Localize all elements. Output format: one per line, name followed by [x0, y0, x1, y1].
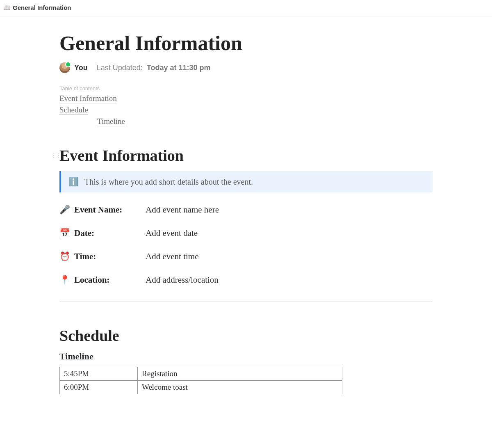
toc-list: Event Information Schedule Timeline [59, 94, 433, 126]
clock-icon: ⏰ [59, 251, 69, 262]
field-value-location[interactable]: Add address/location [146, 275, 433, 285]
field-label-text: Date: [74, 228, 94, 238]
breadcrumb[interactable]: 📖 General Information [0, 0, 492, 16]
info-callout[interactable]: ℹ️ This is where you add short details a… [59, 171, 433, 192]
heading-event-information[interactable]: Event Information [59, 146, 433, 165]
updated-label: Last Updated: [97, 64, 143, 72]
heading-schedule[interactable]: Schedule [59, 327, 433, 345]
toc-link-event-information[interactable]: Event Information [59, 94, 117, 103]
divider [59, 302, 433, 302]
author-name[interactable]: You [74, 64, 88, 72]
field-value-date[interactable]: Add event date [146, 228, 433, 238]
field-value-time[interactable]: Add event time [146, 251, 433, 262]
drag-handle-icon[interactable]: ⋮⋮ [50, 152, 60, 159]
timeline-table: 5:45PM Registation 6:00PM Welcome toast [59, 367, 342, 394]
table-row[interactable]: 6:00PM Welcome toast [60, 381, 342, 394]
breadcrumb-title: General Information [13, 4, 71, 11]
cell-item[interactable]: Registation [138, 367, 342, 381]
field-label-event-name: 🎤 Event Name: [59, 205, 146, 215]
field-value-event-name[interactable]: Add event name here [146, 205, 433, 215]
field-label-text: Event Name: [74, 205, 122, 215]
updated-value: Today at 11:30 pm [147, 64, 211, 72]
microphone-icon: 🎤 [59, 205, 69, 215]
field-label-time: ⏰ Time: [59, 251, 146, 262]
book-icon: 📖 [3, 4, 10, 11]
cell-item[interactable]: Welcome toast [138, 381, 342, 394]
byline: You Last Updated: Today at 11:30 pm [59, 62, 433, 73]
toc-label: Table of contents [59, 85, 433, 91]
avatar[interactable] [59, 62, 70, 73]
page-title[interactable]: General Information [59, 31, 433, 55]
field-label-location: 📍 Location: [59, 275, 146, 285]
field-label-text: Location: [74, 275, 109, 285]
pin-icon: 📍 [59, 275, 69, 285]
callout-text: This is where you add short details abou… [84, 177, 253, 187]
info-icon: ℹ️ [68, 177, 79, 187]
toc-link-schedule[interactable]: Schedule [59, 105, 88, 115]
calendar-icon: 📅 [59, 228, 69, 238]
cell-time[interactable]: 6:00PM [60, 381, 138, 394]
cell-time[interactable]: 5:45PM [60, 367, 138, 381]
subheading-timeline[interactable]: Timeline [59, 351, 433, 362]
field-label-text: Time: [74, 251, 96, 262]
table-row[interactable]: 5:45PM Registation [60, 367, 342, 381]
event-fields: 🎤 Event Name: Add event name here 📅 Date… [59, 205, 433, 285]
field-label-date: 📅 Date: [59, 228, 146, 238]
toc-link-timeline[interactable]: Timeline [97, 117, 125, 126]
